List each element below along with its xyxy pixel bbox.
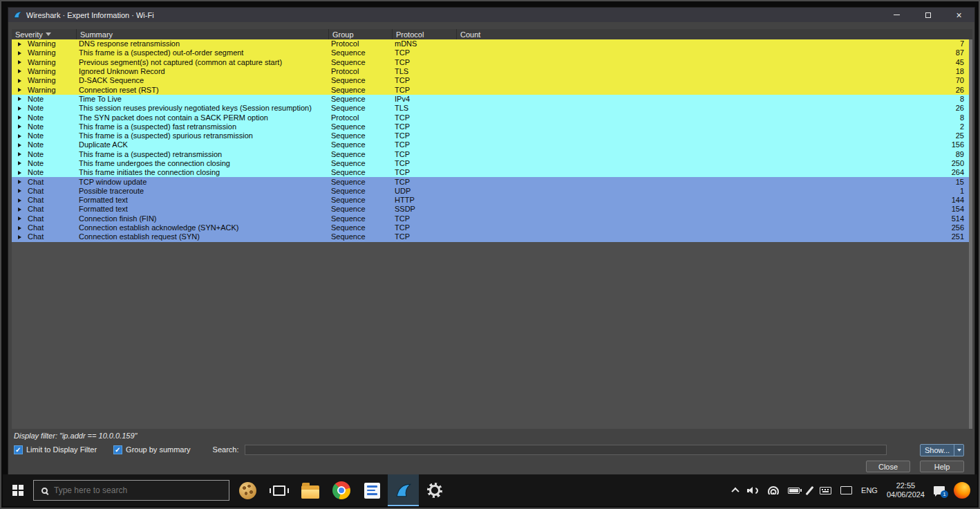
expand-icon[interactable] [12, 58, 26, 67]
taskbar-item-document-app[interactable] [357, 474, 388, 506]
table-row[interactable]: ChatTCP window updateSequenceTCP15 [12, 177, 972, 186]
pen-icon[interactable] [806, 485, 814, 494]
wifi-icon[interactable] [767, 486, 779, 494]
count-cell: 8 [457, 113, 972, 122]
wireshark-logo-icon [13, 10, 22, 19]
table-row[interactable]: ChatConnection establish request (SYN)Se… [12, 232, 972, 241]
expand-icon[interactable] [12, 223, 26, 232]
table-row[interactable]: NoteThis frame is a (suspected) spurious… [12, 131, 972, 140]
column-header-group[interactable]: Group [329, 29, 393, 39]
vertical-scrollbar[interactable] [969, 39, 972, 429]
column-header-protocol[interactable]: Protocol [393, 29, 457, 39]
table-row[interactable]: NoteThis frame undergoes the connection … [12, 159, 972, 168]
count-cell: 156 [457, 140, 972, 149]
table-row[interactable]: WarningDNS response retransmissionProtoc… [12, 39, 972, 48]
table-row[interactable]: NoteTime To LiveSequenceIPv48 [12, 95, 972, 104]
group-by-summary-checkbox[interactable] [113, 445, 122, 454]
expand-icon[interactable] [12, 150, 26, 159]
table-row[interactable]: WarningIgnored Unknown RecordProtocolTLS… [12, 67, 972, 76]
column-header-summary[interactable]: Summary [77, 29, 329, 39]
minimize-button[interactable] [881, 8, 912, 22]
expand-icon[interactable] [12, 95, 26, 104]
firefox-icon[interactable] [954, 482, 970, 499]
expand-icon[interactable] [12, 214, 26, 223]
limit-to-display-filter-checkbox[interactable] [14, 445, 23, 454]
table-row[interactable]: NoteThis session reuses previously negot… [12, 104, 972, 113]
column-header-count[interactable]: Count [457, 29, 972, 39]
start-button[interactable] [3, 474, 33, 506]
table-row[interactable]: WarningD-SACK SequenceSequenceTCP70 [12, 76, 972, 85]
touch-keyboard-icon[interactable] [820, 487, 831, 494]
table-row[interactable]: NoteThis frame initiates the connection … [12, 168, 972, 177]
summary-cell: This frame is a (suspected) fast retrans… [77, 122, 329, 131]
table-row[interactable]: NoteDuplicate ACKSequenceTCP156 [12, 140, 972, 149]
maximize-button[interactable] [912, 8, 943, 22]
tablet-mode-icon[interactable] [840, 486, 852, 494]
expand-icon[interactable] [12, 76, 26, 85]
close-button[interactable]: Close [866, 461, 910, 472]
expand-icon[interactable] [12, 196, 26, 205]
expand-icon[interactable] [12, 104, 26, 113]
count-cell: 7 [457, 39, 972, 48]
table-row[interactable]: WarningPrevious segment(s) not captured … [12, 58, 972, 67]
summary-cell: TCP window update [77, 178, 329, 187]
expand-icon[interactable] [12, 67, 26, 76]
group-cell: Sequence [329, 205, 393, 214]
column-header-severity[interactable]: Severity [12, 29, 77, 39]
taskbar-search-box[interactable] [33, 480, 229, 501]
chevron-down-icon[interactable] [954, 445, 963, 456]
close-window-button[interactable] [943, 8, 974, 22]
expand-icon[interactable] [12, 131, 26, 140]
tray-expand-chevron-up-icon[interactable] [731, 488, 739, 495]
taskbar-item-honeycomb-app[interactable] [232, 474, 263, 506]
taskbar-item-chrome[interactable] [326, 474, 357, 506]
table-row[interactable]: NoteThis frame is a (suspected) fast ret… [12, 122, 972, 131]
expand-icon[interactable] [12, 113, 26, 122]
expand-icon[interactable] [12, 85, 26, 94]
group-cell: Sequence [329, 178, 393, 187]
table-row[interactable]: NoteThis frame is a (suspected) retransm… [12, 150, 972, 159]
expand-icon[interactable] [12, 187, 26, 196]
table-row[interactable]: ChatPossible tracerouteSequenceUDP1 [12, 187, 972, 196]
volume-icon[interactable] [747, 486, 758, 495]
language-indicator[interactable]: ENG [861, 486, 878, 494]
table-row[interactable]: WarningThis frame is a (suspected) out-o… [12, 48, 972, 57]
taskbar-item-settings[interactable] [419, 474, 450, 506]
taskbar-search-input[interactable] [54, 485, 221, 495]
expand-icon[interactable] [12, 39, 26, 48]
protocol-cell: IPv4 [393, 95, 457, 104]
notifications-icon[interactable]: 1 [934, 486, 945, 494]
table-row[interactable]: ChatConnection establish acknowledge (SY… [12, 223, 972, 232]
taskbar-item-file-explorer[interactable] [294, 474, 326, 506]
count-cell: 154 [457, 205, 972, 214]
summary-cell: This frame is a (suspected) spurious ret… [77, 131, 329, 140]
search-input[interactable] [245, 445, 887, 455]
taskbar-item-wireshark[interactable] [388, 474, 419, 506]
count-cell: 1 [457, 187, 972, 196]
expand-icon[interactable] [12, 159, 26, 168]
group-cell: Sequence [329, 95, 393, 104]
severity-cell: Warning [26, 39, 77, 48]
expand-icon[interactable] [12, 168, 26, 177]
titlebar[interactable]: Wireshark · Expert Information · Wi-Fi [8, 8, 974, 22]
expand-icon[interactable] [12, 177, 26, 186]
expand-icon[interactable] [12, 48, 26, 57]
table-row[interactable]: NoteThe SYN packet does not contain a SA… [12, 113, 972, 122]
table-row[interactable]: ChatConnection finish (FIN)SequenceTCP51… [12, 214, 972, 223]
expand-icon[interactable] [12, 232, 26, 241]
expand-icon[interactable] [12, 205, 26, 214]
taskbar: ENG 22:55 04/06/2024 1 [3, 474, 977, 506]
group-cell: Sequence [329, 196, 393, 205]
table-row[interactable]: ChatFormatted textSequenceHTTP144 [12, 196, 972, 205]
table-row[interactable]: ChatFormatted textSequenceSSDP154 [12, 205, 972, 214]
clock[interactable]: 22:55 04/06/2024 [887, 481, 925, 499]
taskbar-item-task-view[interactable] [263, 474, 294, 506]
show-dropdown-button[interactable]: Show... [920, 444, 964, 456]
expand-icon[interactable] [12, 122, 26, 131]
notification-badge: 1 [941, 490, 948, 498]
task-view-icon [273, 485, 285, 496]
battery-icon[interactable] [788, 488, 800, 494]
expand-icon[interactable] [12, 140, 26, 149]
table-row[interactable]: WarningConnection reset (RST)SequenceTCP… [12, 85, 972, 94]
help-button[interactable]: Help [920, 461, 964, 472]
